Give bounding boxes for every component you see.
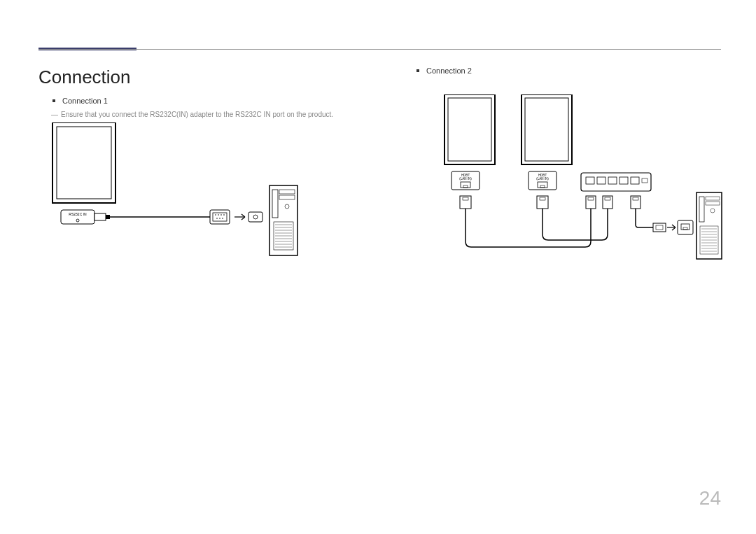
rs232c-label: RS232C IN [69,212,87,216]
svg-rect-32 [444,94,495,164]
svg-point-13 [219,218,220,219]
svg-point-12 [216,218,218,219]
svg-rect-65 [631,196,640,209]
svg-rect-52 [581,173,651,191]
page-content: Connection Connection 1 ― Ensure that yo… [38,66,721,125]
svg-rect-42 [522,94,572,164]
svg-rect-59 [586,196,596,209]
svg-rect-4 [94,213,106,220]
svg-rect-62 [603,196,612,209]
svg-rect-68 [653,223,666,232]
svg-rect-1 [57,127,111,199]
svg-point-10 [220,214,222,216]
diagram-connection2: HDBT (LAN IN) HDBT (LAN IN) [402,94,724,276]
svg-rect-15 [248,212,262,222]
svg-rect-33 [448,98,491,161]
svg-point-9 [218,214,219,216]
svg-point-11 [223,214,225,216]
svg-text:(LAN IN): (LAN IN) [536,177,549,181]
diagram-connection1: RS232C IN [46,122,312,269]
connection2-label: Connection 2 [426,66,472,75]
svg-rect-73 [696,192,722,259]
page-number: 24 [699,487,721,510]
note-dash-icon: ― [51,111,58,118]
svg-rect-0 [52,122,115,203]
svg-rect-49 [537,196,548,209]
bullet-icon [52,99,55,102]
svg-point-14 [222,218,223,219]
connection2-heading: Connection 2 [416,66,472,75]
svg-point-8 [215,214,216,216]
connection1-note-text: Ensure that you connect the RS232C(IN) a… [61,111,333,118]
svg-rect-39 [460,196,471,209]
svg-text:(LAN IN): (LAN IN) [459,177,472,181]
connection1-label: Connection 1 [62,97,108,105]
right-column: Connection 2 HDBT (LAN IN) [402,66,472,80]
svg-rect-43 [525,98,568,161]
section-title: Connection [38,66,721,88]
header-rule [38,49,721,50]
bullet-icon [416,69,419,72]
svg-rect-5 [106,215,110,219]
